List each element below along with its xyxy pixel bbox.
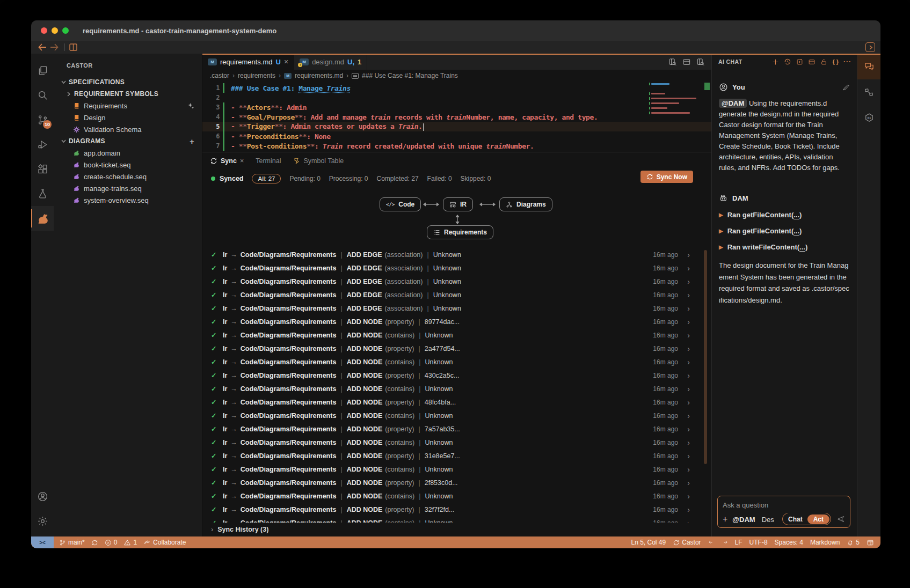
mention-chip[interactable]: @DAM [719,99,747,108]
sync-row[interactable]: ✓Ir→Code/Diagrams/Requirements|ADD NODE(… [202,328,711,342]
chat-input[interactable] [723,501,845,509]
more-icon[interactable]: ··· [843,58,851,65]
toggle-secondary-panel-icon[interactable] [865,42,875,52]
forward-icon[interactable] [48,42,60,52]
sync-now-button[interactable]: Sync Now [640,171,693,183]
code-line-6[interactable]: 6- **Preconditions**: None [202,131,711,141]
warnings-status[interactable]: 1 [123,539,137,546]
cursor-position[interactable]: Ln 5, Col 49 [631,539,666,546]
chat-bubbles-icon[interactable] [857,54,880,79]
encoding-indicator[interactable]: UTF-8 [749,539,768,546]
expand-row-icon[interactable]: › [687,411,690,420]
code-line-4[interactable]: 4- **Goal/Purpose**: Add and manage trai… [202,112,711,122]
expand-row-icon[interactable]: › [687,371,690,380]
expand-row-icon[interactable]: › [687,304,690,313]
unlock-icon[interactable] [820,58,827,65]
castor-status[interactable]: Castor [673,539,701,546]
sync-history-row[interactable]: › Sync History (3) [202,523,711,536]
chat-input-box[interactable]: + @DAM Des Chat Act [717,496,850,528]
expand-row-icon[interactable]: › [687,479,690,487]
tree-item-requirement-symbols[interactable]: REQUIREMENT SYMBOLS [54,88,202,100]
code-editor[interactable]: 1### Use Case #1: Manage Trains23- **Act… [202,82,711,152]
minimap[interactable] [649,83,703,150]
zoom-window-button[interactable] [62,27,69,34]
tree-item-create-schedule-seq[interactable]: create-schedule.seq [54,171,202,182]
indentation-indicator[interactable]: Spaces: 4 [775,539,803,546]
flow-node-diagrams[interactable]: Diagrams [499,197,552,211]
expand-row-icon[interactable]: › [687,264,690,273]
tab-symbol-table[interactable]: Symbol Table [293,157,344,165]
settings-gear-icon[interactable] [31,509,54,533]
sync-row[interactable]: ✓Ir→Code/Diagrams/Requirements|ADD NODE(… [202,516,711,523]
breadcrumb[interactable]: .castor › requirements › M requirements.… [202,70,711,82]
sync-row[interactable]: ✓Ir→Code/Diagrams/Requirements|ADD EDGE(… [202,288,711,302]
tab-terminal[interactable]: Terminal [256,157,281,165]
collaborate-status[interactable]: Collaborate [143,539,186,546]
expand-row-icon[interactable]: › [687,385,690,393]
section-specifications[interactable]: SPECIFICATIONS [54,76,202,88]
mode-toggle[interactable]: Chat Act [782,513,831,525]
flow-node-requirements[interactable]: Requirements [427,225,493,239]
section-diagrams[interactable]: DIAGRAMS + [54,135,202,147]
open-preview-side-icon[interactable] [696,58,705,66]
split-editor-icon[interactable] [682,58,691,66]
sync-row[interactable]: ✓Ir→Code/Diagrams/Requirements|ADD NODE(… [202,409,711,422]
errors-status[interactable]: 0 [105,539,118,546]
sync-row[interactable]: ✓Ir→Code/Diagrams/Requirements|ADD EDGE(… [202,261,711,275]
sync-row[interactable]: ✓Ir→Code/Diagrams/Requirements|ADD NODE(… [202,476,711,489]
mode-act-option[interactable]: Act [807,514,829,524]
expand-row-icon[interactable]: › [687,251,690,259]
expand-row-icon[interactable]: › [687,465,690,474]
code-line-2[interactable]: 2 [202,93,711,102]
mention-label[interactable]: @DAM [732,516,755,524]
notifications-bell-icon[interactable]: 5 [847,539,860,546]
expand-row-icon[interactable]: › [687,331,690,340]
code-line-1[interactable]: 1### Use Case #1: Manage Trains [202,83,711,93]
expand-row-icon[interactable]: › [687,291,690,299]
tool-call-row[interactable]: ▶ Ran getFileContent(...) [719,211,850,219]
sync-row[interactable]: ✓Ir→Code/Diagrams/Requirements|ADD EDGE(… [202,275,711,288]
expand-row-icon[interactable]: › [687,505,690,514]
sync-row[interactable]: ✓Ir→Code/Diagrams/Requirements|ADD NODE(… [202,395,711,409]
expand-row-icon[interactable]: › [687,519,690,523]
send-icon[interactable] [836,515,845,523]
explorer-icon[interactable] [31,58,54,83]
scrollbar[interactable] [704,250,707,464]
open-preview-icon[interactable] [668,58,677,66]
split-editor-icon[interactable] [69,43,77,51]
layout-icon[interactable] [867,539,874,546]
testing-icon[interactable] [31,181,54,206]
sync-row[interactable]: ✓Ir→Code/Diagrams/Requirements|ADD NODE(… [202,422,711,436]
expand-row-icon[interactable]: › [687,358,690,366]
expand-row-icon[interactable]: › [687,277,690,286]
minimize-window-button[interactable] [52,27,58,34]
run-debug-icon[interactable] [31,132,54,157]
tool-call-row[interactable]: ▶ Ran getFileContent(...) [719,227,850,235]
filter-pending[interactable]: Pending: 0 [289,175,320,182]
eol-indicator[interactable]: LF [735,539,742,546]
add-context-icon[interactable]: + [723,514,727,524]
sync-row[interactable]: ✓Ir→Code/Diagrams/Requirements|ADD NODE(… [202,382,711,395]
castor-icon[interactable] [31,206,54,231]
sync-row[interactable]: ✓Ir→Code/Diagrams/Requirements|ADD NODE(… [202,436,711,449]
sync-row[interactable]: ✓Ir→Code/Diagrams/Requirements|ADD NODE(… [202,369,711,382]
tree-item-app-domain[interactable]: app.domain [54,147,202,159]
export-icon[interactable] [796,58,803,65]
sparkle-icon[interactable] [187,102,194,109]
sync-row[interactable]: ✓Ir→Code/Diagrams/Requirements|ADD EDGE(… [202,302,711,315]
flow-node-ir[interactable]: IR [443,197,473,211]
back-icon[interactable] [37,42,48,52]
sync-changes-icon[interactable] [91,539,98,546]
hex-0x-icon[interactable]: 0x [857,105,880,131]
filter-all[interactable]: All: 27 [252,174,281,183]
extensions-icon[interactable] [31,157,54,181]
expand-row-icon[interactable]: › [687,318,690,326]
expand-row-icon[interactable]: › [687,438,690,447]
code-line-3[interactable]: 3- **Actors**: Admin [202,102,711,112]
filter-failed[interactable]: Failed: 0 [427,175,452,182]
remote-indicator[interactable]: >< [31,536,54,548]
sync-row[interactable]: ✓Ir→Code/Diagrams/Requirements|ADD NODE(… [202,489,711,503]
tree-item-system-overview-seq[interactable]: system-overview.seq [54,194,202,206]
expand-row-icon[interactable]: › [687,452,690,460]
expand-row-icon[interactable]: › [687,492,690,501]
